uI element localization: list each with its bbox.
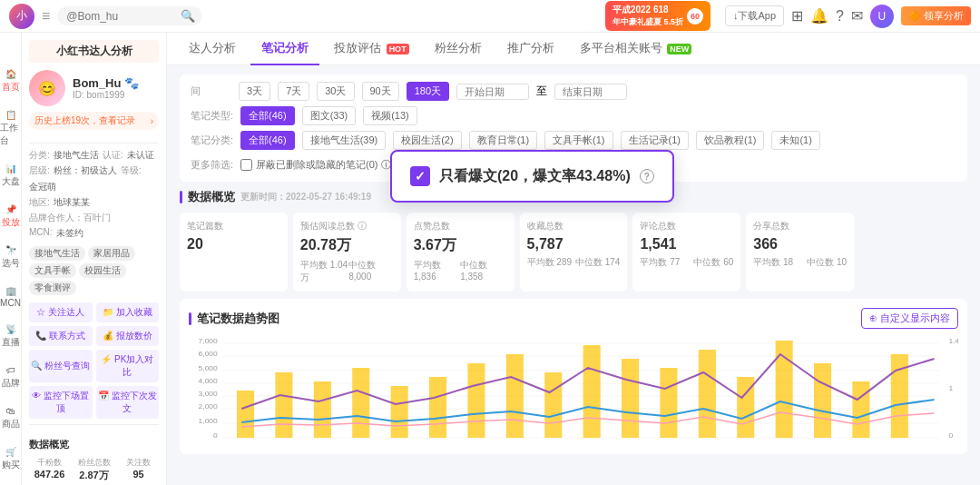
svg-rect-20	[275, 372, 292, 438]
svg-rect-35	[852, 381, 869, 438]
avatar: 😊	[29, 70, 65, 106]
type-image[interactable]: 图文(33)	[302, 106, 357, 125]
stat-card-comments: 评论总数 1,541 平均数 77 中位数 60	[632, 213, 740, 292]
sidebar-item-buy[interactable]: 🛒 购买	[2, 447, 20, 471]
tag-2[interactable]: 家居用品	[88, 246, 135, 261]
sidebar-item-live[interactable]: 📡 直播	[2, 324, 20, 349]
stat-card-notes: 笔记篇数 20	[180, 213, 288, 292]
search-box: 🔍	[57, 6, 202, 25]
svg-text:1: 1	[948, 384, 953, 392]
type-all[interactable]: 全部(46)	[240, 106, 295, 125]
monitor-top-btn[interactable]: 👁 监控下场置顶	[29, 386, 93, 419]
svg-rect-19	[237, 391, 254, 438]
main-content: 达人分析 笔记分析 投放评估 HOT 粉丝分析 推广分析 多平台相关账号 NEW	[167, 33, 980, 485]
cat-campus[interactable]: 校园生活(2)	[393, 131, 461, 150]
svg-rect-21	[314, 381, 331, 438]
tag-1[interactable]: 接地气生活	[29, 246, 85, 261]
cat-all[interactable]: 全部(46)	[240, 131, 295, 150]
brand-icon: 🏷	[6, 365, 15, 375]
tab-notes[interactable]: 笔记分析	[250, 33, 319, 65]
actions-grid: ☆ 关注达人 📁 加入收藏 📞 联系方式 💰 报放数价 🔍 粉丝号查询 ⚡ PK…	[29, 302, 159, 419]
svg-text:6,000: 6,000	[199, 350, 219, 358]
svg-text:4,000: 4,000	[199, 377, 219, 385]
tag-4[interactable]: 校园生活	[79, 263, 126, 278]
search-icon[interactable]: 🔍	[181, 9, 195, 23]
logo-icon: 小	[9, 4, 34, 29]
svg-rect-23	[391, 386, 408, 438]
viral-check: ✓	[407, 159, 419, 172]
promo-banner: 平成2022 618年中豪礼盛夏 5.5折 60	[605, 1, 710, 31]
profile-name: Bom_Hu 🐾	[73, 76, 139, 90]
buy-icon: 🛒	[5, 447, 16, 457]
bigdata-icon: 📊	[5, 163, 16, 173]
contact-btn[interactable]: 📞 联系方式	[29, 326, 93, 346]
history-link[interactable]: 历史上榜19次，查看记录 ›	[29, 112, 159, 130]
tab-placement[interactable]: 投放评估 HOT	[323, 33, 420, 65]
cat-stationery[interactable]: 文具手帐(1)	[544, 131, 612, 150]
tab-fans[interactable]: 粉丝分析	[424, 33, 493, 65]
sidebar-item-mcn[interactable]: 🏢 MCN	[0, 286, 21, 308]
tag-3[interactable]: 文具手帐	[29, 263, 76, 278]
bell-icon[interactable]: 🔔	[810, 7, 828, 25]
date-btn-30[interactable]: 30天	[317, 82, 354, 101]
date-btn-90[interactable]: 90天	[362, 82, 399, 101]
date-btn-3[interactable]: 3天	[239, 82, 270, 101]
tab-promo[interactable]: 推广分析	[496, 33, 565, 65]
vip-button[interactable]: 🔶 领享分析	[901, 6, 971, 25]
sidebar-item-bigdata[interactable]: 📊 大盘	[2, 163, 20, 188]
place-icon: 📌	[5, 204, 16, 214]
fans-query-btn[interactable]: 🔍 粉丝号查询	[29, 350, 93, 382]
grid-icon[interactable]: ⊞	[791, 7, 803, 25]
tab-bar: 达人分析 笔记分析 投放评估 HOT 粉丝分析 推广分析 多平台相关账号 NEW	[167, 33, 980, 65]
svg-text:2,000: 2,000	[199, 402, 219, 411]
cat-unknown[interactable]: 未知(1)	[771, 131, 819, 150]
follow-btn[interactable]: ☆ 关注达人	[29, 302, 93, 322]
date-btn-7[interactable]: 7天	[278, 82, 309, 101]
sidebar-item-place[interactable]: 📌 投放	[2, 204, 20, 229]
sidebar-item-goods[interactable]: 🛍 商品	[2, 406, 20, 431]
collect-btn[interactable]: 📁 加入收藏	[96, 302, 160, 322]
mail-icon[interactable]: ✉	[851, 7, 863, 25]
tab-influencer[interactable]: 达人分析	[178, 33, 247, 65]
svg-text:7,000: 7,000	[199, 337, 219, 345]
sidebar-item-brand[interactable]: 🏷 品牌	[2, 365, 20, 390]
sidebar-icons: 🏠 首页 📋 工作台 📊 大盘 📌 投放 🔭 选号 🏢 MCN	[0, 33, 22, 485]
chart-title: 笔记数据趋势图	[189, 311, 279, 327]
mcn-icon: 🏢	[5, 286, 16, 296]
pk-btn[interactable]: ⚡ PK加入对比	[96, 350, 160, 382]
cat-record[interactable]: 生活记录(1)	[621, 131, 689, 150]
cat-life[interactable]: 接地气生活(39)	[302, 131, 387, 150]
chart-container: 7,000 6,000 5,000 4,000 3,000 2,000 1,00…	[189, 336, 958, 445]
svg-text:1,000: 1,000	[199, 417, 219, 425]
menu-icon[interactable]: ≡	[42, 8, 50, 25]
header-actions: ↓下载App ⊞ 🔔 ? ✉ U 🔶 领享分析	[725, 5, 971, 28]
home-icon: 🏠	[5, 69, 16, 79]
sidebar-item-workspace[interactable]: 📋 工作台	[0, 110, 21, 147]
svg-text:0: 0	[948, 431, 953, 440]
monitor-next-btn[interactable]: 📅 监控下次发文	[96, 386, 160, 419]
sidebar-item-home[interactable]: 🏠 首页	[2, 69, 20, 94]
tag-5[interactable]: 零食测评	[29, 281, 76, 295]
tab-multiplatform[interactable]: 多平台相关账号 NEW	[569, 33, 703, 65]
svg-rect-28	[583, 345, 601, 438]
promo-circle: 60	[687, 8, 703, 25]
search-input[interactable]	[66, 10, 175, 23]
hide-deleted-filter[interactable]: 屏蔽已删除或隐藏的笔记(0) ⓘ	[240, 158, 391, 172]
help-icon[interactable]: ?	[836, 8, 844, 25]
svg-text:5,000: 5,000	[199, 364, 219, 372]
viral-filter[interactable]: ✓ 只看爆文(20，爆文率43.48%)	[398, 155, 563, 174]
tags-row: 接地气生活 家居用品 文具手帐 校园生活 零食测评	[29, 246, 159, 295]
end-date-input[interactable]	[554, 84, 627, 100]
svg-rect-34	[814, 363, 831, 438]
workspace-icon: 📋	[5, 110, 16, 120]
start-date-input[interactable]	[456, 84, 529, 100]
cat-edu[interactable]: 教育日常(1)	[469, 131, 537, 150]
user-avatar[interactable]: U	[870, 5, 894, 28]
price-btn[interactable]: 💰 报放数价	[96, 326, 160, 346]
download-btn[interactable]: ↓下载App	[725, 5, 784, 26]
custom-chart-btn[interactable]: ⊕ 自定义显示内容	[861, 308, 958, 329]
sidebar-item-scout[interactable]: 🔭 选号	[2, 245, 20, 270]
date-btn-180[interactable]: 180天	[407, 82, 449, 101]
cat-drink[interactable]: 饮品教程(1)	[696, 131, 764, 150]
type-video[interactable]: 视频(13)	[363, 106, 417, 125]
